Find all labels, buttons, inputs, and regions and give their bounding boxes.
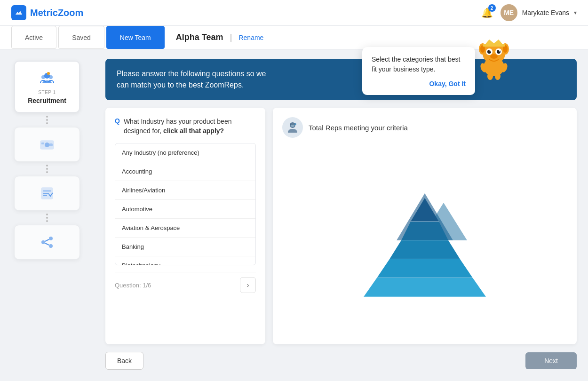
step-3-card	[14, 176, 80, 211]
pyramid-title: Total Reps meeting your criteria	[309, 124, 408, 132]
industry-item-any[interactable]: Any Industry (no preference)	[115, 143, 255, 162]
step-1-label: Recruitment	[28, 97, 66, 104]
step-dots-2	[46, 162, 48, 176]
svg-point-14	[49, 244, 53, 248]
back-button[interactable]: Back	[105, 352, 143, 370]
dot	[46, 119, 48, 121]
user-profile[interactable]: ME Marykate Evans ▾	[501, 4, 577, 21]
industry-item-automotive[interactable]: Automotive	[115, 200, 255, 219]
svg-point-3	[47, 72, 50, 75]
tooltip-bubble: Select the categories that best fit your…	[362, 47, 475, 95]
tab-active[interactable]: Active	[11, 26, 56, 49]
logo-text: MetricZoom	[30, 8, 83, 18]
step-2-item	[8, 127, 87, 162]
svg-point-45	[490, 54, 498, 59]
question-box: Q What Industry has your product been de…	[105, 108, 265, 344]
question-header: Q What Industry has your product been de…	[115, 117, 256, 135]
svg-marker-27	[389, 240, 460, 259]
mascot-character	[475, 39, 513, 87]
pyramid-panel: Total Reps meeting your criteria	[273, 108, 577, 344]
industry-item-aviation[interactable]: Aviation & Aerospace	[115, 219, 255, 238]
sidebar: STEP 1 Recruitment	[0, 49, 94, 381]
step-1-prefix: STEP 1	[38, 90, 56, 95]
logo-icon	[11, 5, 26, 20]
dot	[46, 116, 48, 118]
rename-link[interactable]: Rename	[238, 34, 263, 41]
q-text: What Industry has your product been desi…	[124, 117, 232, 135]
tooltip-text: Select the categories that best fit your…	[372, 55, 466, 74]
svg-point-43	[490, 50, 491, 52]
pyramid-container	[282, 145, 567, 335]
industry-item-airlines[interactable]: Airlines/Aviation	[115, 181, 255, 200]
logo: MetricZoom	[11, 5, 83, 20]
step-2-card	[14, 127, 80, 162]
q-label: Q	[115, 117, 120, 135]
svg-point-44	[499, 50, 501, 52]
main-layout: STEP 1 Recruitment	[0, 49, 588, 381]
notification-count: 2	[488, 4, 496, 12]
recruitment-icon	[38, 69, 56, 88]
separator: |	[230, 32, 232, 42]
svg-point-50	[487, 72, 493, 80]
industry-item-banking[interactable]: Banking	[115, 238, 255, 256]
header-right: 🔔 2 ME Marykate Evans ▾	[481, 4, 577, 21]
team-name: Alpha Team	[176, 32, 223, 42]
next-button[interactable]: Next	[525, 352, 577, 369]
dot	[46, 122, 48, 124]
svg-point-2	[49, 75, 53, 79]
dot	[46, 217, 48, 219]
avatar: ME	[501, 4, 517, 21]
dot	[46, 220, 48, 222]
step-4-item	[8, 225, 87, 260]
question-panel: Q What Industry has your product been de…	[105, 108, 577, 344]
tab-saved[interactable]: Saved	[58, 26, 104, 49]
svg-rect-7	[41, 143, 44, 144]
svg-rect-6	[49, 143, 53, 146]
svg-marker-29	[377, 259, 473, 278]
industry-item-accounting[interactable]: Accounting	[115, 162, 255, 181]
dot	[46, 168, 48, 170]
user-name: Marykate Evans	[522, 9, 569, 16]
tooltip-ok-button[interactable]: Okay, Got It	[372, 80, 466, 87]
step-3-item	[8, 176, 87, 211]
svg-point-20	[294, 123, 296, 125]
criteria-icon	[38, 184, 56, 203]
svg-line-15	[45, 239, 49, 241]
industry-list[interactable]: Any Industry (no preference) Accounting …	[115, 143, 256, 265]
tab-new-team[interactable]: New Team	[106, 26, 165, 49]
svg-point-5	[45, 143, 49, 147]
svg-marker-31	[364, 278, 486, 297]
svg-point-13	[49, 237, 53, 240]
svg-line-16	[45, 243, 49, 245]
team-title-area: Alpha Team | Rename	[176, 32, 264, 42]
chevron-down-icon: ▾	[574, 9, 577, 16]
content-area: Please answer the following questions so…	[94, 49, 588, 381]
question-progress: Question: 1/6	[115, 282, 151, 289]
share-icon	[38, 233, 56, 252]
notification-bell[interactable]: 🔔 2	[481, 7, 493, 18]
header: MetricZoom 🔔 2 ME Marykate Evans ▾	[0, 0, 588, 26]
dot	[46, 165, 48, 167]
step-dots-3	[46, 211, 48, 225]
svg-point-51	[495, 72, 501, 80]
industry-item-biotech[interactable]: Biotechnology	[115, 256, 255, 265]
dot	[46, 214, 48, 215]
svg-point-12	[41, 240, 45, 244]
svg-point-1	[41, 75, 45, 79]
step-dots-1	[46, 113, 48, 127]
pyramid-header: Total Reps meeting your criteria	[282, 117, 567, 138]
budget-icon	[38, 135, 56, 154]
next-arrow-button[interactable]: ›	[240, 277, 256, 293]
rep-avatar	[282, 117, 303, 138]
step-4-card	[14, 225, 80, 260]
action-row: Back Next	[105, 352, 577, 372]
step-1-card: STEP 1 Recruitment	[14, 61, 80, 113]
svg-rect-47	[483, 44, 505, 47]
question-footer: Question: 1/6 ›	[115, 272, 256, 293]
step-1-item: STEP 1 Recruitment	[8, 61, 87, 113]
pyramid-chart	[350, 179, 500, 302]
dot	[46, 171, 48, 173]
